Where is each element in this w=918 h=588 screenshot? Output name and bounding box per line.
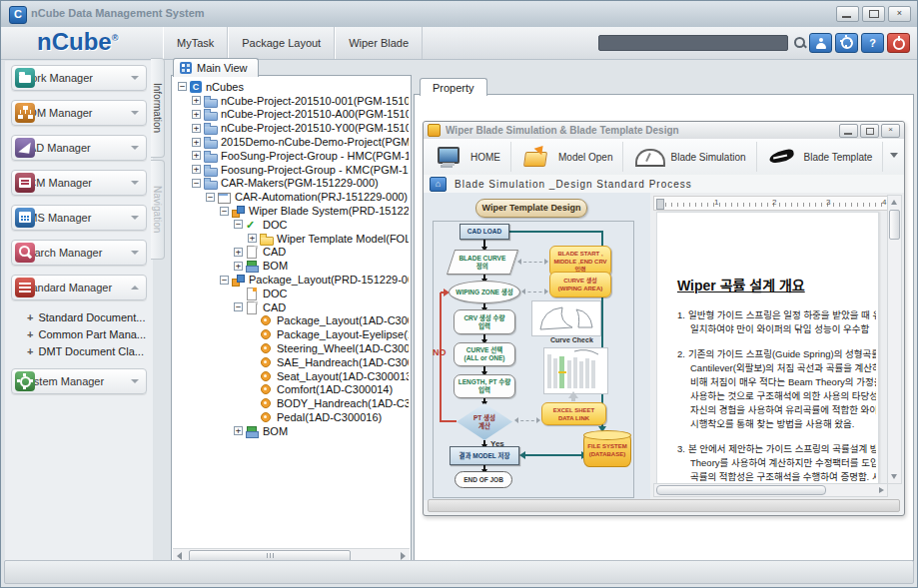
sidebar-subitem-dmt-document-cla[interactable]: +DMT Document Cla...: [27, 343, 153, 360]
expand-toggle-icon[interactable]: +: [192, 165, 201, 174]
tree-row-wiper-blade-system-prd-1[interactable]: −Wiper Blade System(PRD-151229-00: [174, 204, 409, 218]
sidebar-item-bom-manager[interactable]: BOM Manager: [11, 100, 147, 126]
header-tab-mytask[interactable]: MyTask: [163, 27, 228, 59]
tree-row-doc[interactable]: DOC: [174, 287, 409, 300]
tree-row-steering-wheel-1ad-c3000[interactable]: Steering_Wheel(1AD-C300011: [174, 341, 409, 355]
tree-row-package-layout-1ad-c3000[interactable]: Package_Layout(1AD-C30000: [174, 314, 409, 328]
tree-row-comfort-1ad-c300014[interactable]: Comfort(1AD-C300014): [174, 383, 409, 397]
document-line: 시행착오를 통해 찾는 방법을 사용해 왔음.: [690, 417, 876, 431]
toolbar-button-blade-template[interactable]: Blade Template: [757, 142, 884, 172]
flow-arrow: [483, 398, 485, 401]
home-icon[interactable]: ⌂: [430, 177, 447, 192]
tree-row-body-handreach-1ad-c3000[interactable]: BODY_Handreach(1AD-C3000: [174, 396, 409, 410]
close-button[interactable]: ×: [888, 6, 911, 22]
tab-property[interactable]: Property: [420, 78, 487, 96]
tree-row-ncube-project-201510-001[interactable]: +nCube-Project-201510-001(PGM-151006-0: [174, 94, 409, 108]
embedded-minimize-button[interactable]: [839, 124, 858, 138]
tree-row-foosung-project-group[interactable]: +Foosung-Project-Group - KMC(PGM-151029: [174, 163, 409, 177]
collapse-toggle-icon[interactable]: −: [192, 179, 201, 188]
tree-row-bom[interactable]: +BOM: [174, 259, 409, 273]
document-horizontal-scrollbar[interactable]: [653, 483, 888, 497]
document-scroll-thumb[interactable]: [889, 210, 900, 240]
embedded-close-button[interactable]: ×: [881, 124, 900, 138]
user-icon[interactable]: [809, 33, 832, 53]
document-line: 자신의 경험을 사용하여 유리곡률에 적합한 와이퍼 가이드: [690, 403, 876, 417]
sidebar-item-cad-manager[interactable]: CAD Manager: [11, 135, 147, 161]
expand-toggle-icon[interactable]: +: [234, 426, 243, 435]
scroll-left-icon[interactable]: [177, 552, 182, 560]
side-tab-navigation[interactable]: Navigation: [151, 160, 165, 260]
collapse-toggle-icon[interactable]: −: [220, 207, 229, 216]
side-tab-information[interactable]: Information: [151, 58, 165, 158]
tree-row-pedal-1ad-c300016[interactable]: Pedal(1AD-C300016): [174, 410, 409, 424]
minimize-button[interactable]: [836, 6, 859, 22]
header-tab-package-layout[interactable]: Package Layout: [228, 27, 335, 59]
toolbar-button-home[interactable]: HOME: [424, 142, 511, 172]
toolbar-button-model-open[interactable]: Model Open: [511, 142, 623, 172]
search-icon[interactable]: [793, 36, 807, 50]
scroll-right-icon[interactable]: [879, 487, 884, 493]
expand-toggle-icon[interactable]: +: [248, 234, 257, 243]
embedded-title-bar[interactable]: Wiper Blade Simulation & Blade Template …: [424, 122, 904, 140]
sidebar-item-ecm-manager[interactable]: ECM Manager: [11, 170, 147, 196]
document-hscroll-thumb[interactable]: [656, 485, 826, 495]
expand-toggle-icon[interactable]: +: [234, 248, 243, 257]
flow-node-length-pt: LENGTH, PT 수량입력: [454, 374, 515, 398]
tree-row-ncube-project-201510-a00[interactable]: +nCube-Project-201510-A00(PGM-151006-0: [174, 108, 409, 122]
document-vertical-scrollbar[interactable]: [887, 195, 902, 484]
tree-item-label: Pedal(1AD-C300016): [277, 411, 382, 423]
tree-row-sae-handreach-1ad-c30001[interactable]: SAE_Handreach(1AD-C30001: [174, 355, 409, 369]
expand-toggle-icon[interactable]: +: [192, 151, 201, 160]
collapse-toggle-icon[interactable]: −: [178, 82, 187, 91]
chevron-down-icon: [131, 144, 139, 152]
sidebar-item-pms-manager[interactable]: PMS Manager: [11, 205, 147, 231]
expand-toggle-icon[interactable]: +: [192, 110, 201, 119]
scroll-down-icon[interactable]: [891, 474, 897, 479]
sidebar-item-work-manager[interactable]: Work Manager: [11, 65, 147, 91]
wiper-blade-window: Wiper Blade Simulation & Blade Template …: [423, 121, 905, 516]
standard-icon: [15, 278, 35, 297]
maximize-button[interactable]: [862, 6, 885, 22]
tree-row-wiper-template-model-fol[interactable]: +Wiper Template Model(FOLDE: [174, 232, 409, 246]
expand-toggle-icon[interactable]: +: [192, 124, 201, 133]
tree-row-seat-layout-1ad-c300013[interactable]: Seat_Layout(1AD-C300013): [174, 369, 409, 383]
sidebar-subitem-standard-document[interactable]: +Standard Document...: [27, 309, 153, 326]
flow-no-line: [440, 293, 442, 422]
help-icon[interactable]: ?: [861, 33, 884, 53]
expand-toggle-icon[interactable]: +: [192, 96, 201, 105]
scroll-up-icon[interactable]: [891, 200, 897, 205]
tree-row-car-automation-prj-15122[interactable]: −CAR-Automation(PRJ-151229-000): [174, 190, 409, 204]
collapse-toggle-icon[interactable]: −: [206, 193, 215, 202]
tree-row-ncubes[interactable]: −CnCubes: [174, 80, 409, 94]
sidebar-item-search-manager[interactable]: Search Manager: [11, 240, 147, 266]
document-paragraph-1: 1.일반형 가이드 스프링은 일정 하중을 받았을 때 유리곡면으일치하여야 만…: [677, 308, 876, 336]
scroll-right-icon[interactable]: [401, 552, 406, 560]
sidebar-item-system-manager[interactable]: System Manager: [11, 368, 147, 394]
collapse-toggle-icon[interactable]: −: [234, 302, 243, 311]
collapse-toggle-icon[interactable]: −: [234, 220, 243, 229]
toolbar-overflow-icon[interactable]: [890, 153, 898, 158]
expand-toggle-icon[interactable]: +: [192, 138, 201, 147]
tab-main-view[interactable]: Main View: [173, 58, 259, 77]
tree-row-2015demo-ncube-demo-proj[interactable]: +2015Demo-nCube-Demo-Project(PGM-151: [174, 135, 409, 149]
tree-row-cad[interactable]: −CAD: [174, 300, 409, 314]
tree-row-package-layout-eyelipse[interactable]: Package_Layout-Eyelipse(1AD-: [174, 327, 409, 341]
header-tab-wiper-blade[interactable]: Wiper Blade: [335, 27, 423, 59]
embedded-maximize-button[interactable]: [860, 124, 879, 138]
sidebar-subitem-common-part-mana[interactable]: +Common Part Mana...: [27, 326, 153, 343]
tree-row-cad[interactable]: +CAD: [174, 246, 409, 260]
settings-icon[interactable]: [835, 33, 858, 53]
tree-row-foosung-project-group[interactable]: +FooSung-Project-Group - HMC(PGM-15102: [174, 149, 409, 163]
tree-row-ncube-project-201510-y00[interactable]: +nCube-Project-201510-Y00(PGM-151006-0: [174, 121, 409, 135]
tree-row-doc[interactable]: −✓DOC: [174, 218, 409, 232]
search-input[interactable]: [598, 35, 788, 51]
collapse-toggle-icon[interactable]: −: [220, 276, 229, 285]
toolbar-button-blade-simulation[interactable]: Blade Simulation: [623, 142, 756, 172]
power-icon[interactable]: [887, 33, 910, 53]
tree-row-bom[interactable]: +BOM: [174, 424, 409, 438]
tree-row-package-layout-prd-15122[interactable]: −Package_Layout(PRD-151229-001): [174, 273, 409, 287]
tree-row-car-makers-pgm-151229-00[interactable]: −CAR-Makers(PGM-151229-000): [174, 177, 409, 191]
expand-toggle-icon[interactable]: +: [234, 262, 243, 271]
sidebar-item-standard-manager[interactable]: Standard Manager: [11, 275, 147, 300]
tree-item-label: DOC: [263, 288, 287, 299]
